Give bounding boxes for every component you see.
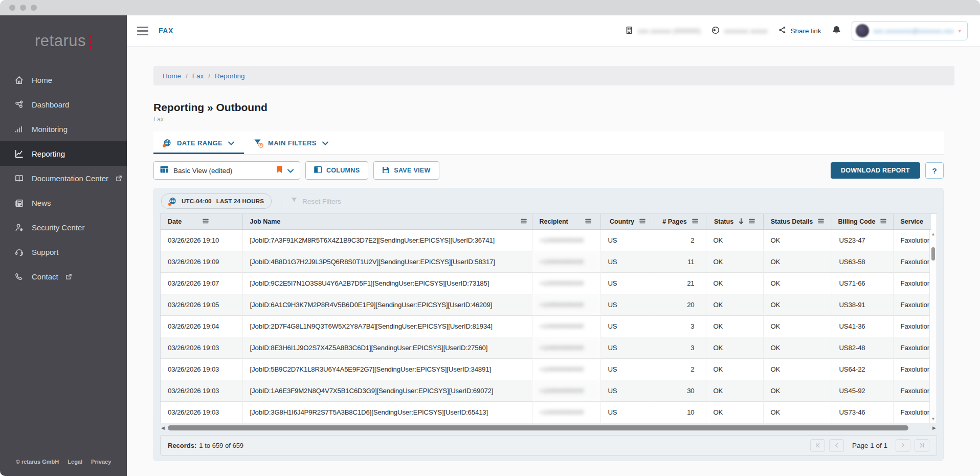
column-header-service[interactable]: Service bbox=[893, 214, 931, 230]
column-menu-icon[interactable] bbox=[639, 218, 645, 225]
save-view-label: SAVE VIEW bbox=[394, 167, 430, 174]
timezone-range-chip[interactable]: UTC-04:00 LAST 24 HOURS bbox=[161, 193, 272, 209]
tab-date-range[interactable]: DATE RANGE bbox=[153, 132, 244, 154]
scroll-up-icon[interactable]: ▲ bbox=[930, 231, 937, 237]
sidebar-item-support[interactable]: Support bbox=[0, 240, 127, 264]
cell-country: US bbox=[600, 359, 655, 380]
column-menu-icon[interactable] bbox=[692, 218, 698, 225]
column-menu-icon[interactable] bbox=[585, 218, 591, 225]
page-subtitle: Fax bbox=[153, 116, 980, 123]
column-menu-icon[interactable] bbox=[880, 218, 886, 225]
sidebar-item-home[interactable]: Home bbox=[0, 68, 127, 92]
column-header-billing-code[interactable]: Billing Code bbox=[832, 214, 893, 230]
cell-status: OK bbox=[706, 251, 763, 273]
cell-recipient: +10000000000 bbox=[532, 251, 600, 273]
privacy-link[interactable]: Privacy bbox=[91, 459, 111, 465]
column-menu-icon[interactable] bbox=[749, 218, 755, 225]
data-table: Date Job Name Recipient Country # Pages … bbox=[160, 213, 937, 423]
cell-status: OK bbox=[706, 294, 763, 316]
download-report-button[interactable]: DOWNLOAD REPORT bbox=[831, 162, 920, 179]
help-button[interactable]: ? bbox=[925, 162, 944, 179]
table-row[interactable]: 03/26/2026 19:10[JobID:7A3F91K2M8R5T6X4Z… bbox=[161, 230, 931, 251]
column-header-pages[interactable]: # Pages bbox=[655, 214, 706, 230]
first-page-button[interactable] bbox=[810, 439, 825, 452]
user-menu[interactable]: xxx.xxxxxxxx@xxxxxxx.xxx ▾ bbox=[852, 21, 968, 40]
columns-button[interactable]: COLUMNS bbox=[305, 161, 368, 180]
sidebar-item-reporting[interactable]: Reporting bbox=[0, 141, 127, 166]
hamburger-menu-icon[interactable] bbox=[137, 27, 148, 35]
sidebar-item-security-center[interactable]: Security Center bbox=[0, 215, 127, 240]
retarus-logo: retarus bbox=[0, 15, 127, 67]
cell-job-name: [JobID:1A6E3F9M2N8Q4V7X5B1C6D3G9][Sendin… bbox=[242, 380, 532, 402]
column-header-job-name[interactable]: Job Name bbox=[242, 214, 532, 230]
save-view-button[interactable]: SAVE VIEW bbox=[373, 161, 439, 180]
breadcrumb-reporting[interactable]: Reporting bbox=[215, 72, 245, 80]
scroll-down-icon[interactable]: ▼ bbox=[930, 416, 937, 422]
notifications-button[interactable] bbox=[832, 25, 841, 36]
columns-label: COLUMNS bbox=[326, 167, 360, 174]
table-row[interactable]: 03/26/2026 19:09[JobID:4B8D1G7H2J9L3P5Q6… bbox=[161, 251, 931, 273]
legal-link[interactable]: Legal bbox=[68, 459, 82, 465]
table-row[interactable]: 03/26/2026 19:04[JobID:2D7F4G8L1N9Q3T6W5… bbox=[161, 316, 931, 337]
records-label: Records: bbox=[168, 442, 196, 449]
sidebar-item-contact[interactable]: Contact bbox=[0, 264, 127, 289]
column-header-status-details[interactable]: Status Details bbox=[763, 214, 832, 230]
table-footer: Records:1 to 659 of 659 Page 1 of 1 bbox=[160, 435, 937, 456]
cell-status-details: OK bbox=[763, 273, 832, 294]
chevron-down-icon bbox=[228, 139, 234, 147]
breadcrumb-separator: / bbox=[186, 72, 188, 80]
window-control-icon[interactable] bbox=[9, 5, 15, 11]
next-page-button[interactable] bbox=[896, 439, 910, 452]
breadcrumb-home[interactable]: Home bbox=[163, 72, 181, 80]
cell-status: OK bbox=[706, 359, 763, 380]
sidebar-item-monitoring[interactable]: Monitoring bbox=[0, 117, 127, 141]
sidebar-item-label: News bbox=[32, 199, 51, 207]
column-menu-icon[interactable] bbox=[521, 218, 527, 225]
sidebar-item-documentation-center[interactable]: Documentation Center bbox=[0, 166, 127, 190]
scroll-right-icon[interactable]: ▶ bbox=[932, 426, 936, 430]
column-header-status[interactable]: Status bbox=[706, 214, 763, 230]
table-row[interactable]: 03/26/2026 19:03[JobID:5B9C2D7K1L8R3U6Y4… bbox=[161, 359, 931, 380]
cell-status: OK bbox=[706, 230, 763, 251]
news-icon bbox=[14, 198, 24, 208]
view-select[interactable]: Basic View (edited) bbox=[153, 161, 300, 180]
table-row[interactable]: 03/26/2026 19:05[JobID:6A1C9H3K7M2P8R4V5… bbox=[161, 294, 931, 316]
scrollbar-thumb[interactable] bbox=[931, 247, 935, 261]
filter-tabs: DATE RANGE F MAIN FILTERS bbox=[153, 132, 944, 155]
window-control-icon[interactable] bbox=[31, 5, 37, 11]
cell-service: Faxolution bbox=[893, 380, 931, 402]
column-menu-icon[interactable] bbox=[203, 218, 209, 225]
window-control-icon[interactable] bbox=[20, 5, 26, 11]
admin-toggle[interactable]: xxxxxxx xxxxx bbox=[711, 26, 768, 36]
share-link-button[interactable]: Share link bbox=[778, 26, 821, 36]
cell-country: US bbox=[600, 380, 655, 402]
scroll-left-icon[interactable]: ◀ bbox=[161, 426, 165, 430]
last-page-button[interactable] bbox=[915, 439, 929, 452]
column-header-country[interactable]: Country bbox=[600, 214, 655, 230]
reporting-icon bbox=[14, 148, 24, 159]
company-selector[interactable]: xxx xxxxxx (000000) bbox=[625, 26, 700, 36]
scrollbar-thumb[interactable] bbox=[168, 425, 908, 430]
sidebar-item-dashboard[interactable]: Dashboard bbox=[0, 92, 127, 117]
breadcrumb-fax[interactable]: Fax bbox=[192, 72, 204, 80]
table-row[interactable]: 03/26/2026 19:03[JobID:3G8H1I6J4P9R2S7T5… bbox=[161, 402, 931, 423]
window-titlebar bbox=[0, 0, 980, 15]
previous-page-button[interactable] bbox=[829, 439, 844, 452]
table-row[interactable]: 03/26/2026 19:03[JobID:8E3H6I1J9O2S7X4Z5… bbox=[161, 337, 931, 359]
column-header-date[interactable]: Date bbox=[161, 214, 242, 230]
cell-country: US bbox=[600, 251, 655, 273]
vertical-scrollbar[interactable]: ▲ ▼ bbox=[929, 230, 937, 423]
cell-pages: 20 bbox=[655, 294, 706, 316]
cell-country: US bbox=[600, 273, 655, 294]
column-header-recipient[interactable]: Recipient bbox=[532, 214, 600, 230]
share-link-label: Share link bbox=[791, 27, 821, 35]
sidebar-item-news[interactable]: News bbox=[0, 190, 127, 215]
tab-main-filters[interactable]: F MAIN FILTERS bbox=[244, 132, 338, 154]
column-menu-icon[interactable] bbox=[818, 218, 824, 225]
reset-filters-button[interactable]: Reset Filters bbox=[291, 197, 341, 205]
table-row[interactable]: 03/26/2026 19:03[JobID:1A6E3F9M2N8Q4V7X5… bbox=[161, 380, 931, 402]
horizontal-scrollbar[interactable]: ◀ ▶ bbox=[160, 424, 937, 431]
cell-date: 03/26/2026 19:03 bbox=[161, 402, 242, 423]
filter-icon bbox=[291, 197, 298, 205]
table-row[interactable]: 03/26/2026 19:07[JobID:9C2E5I7N1O3S8U4Y6… bbox=[161, 273, 931, 294]
